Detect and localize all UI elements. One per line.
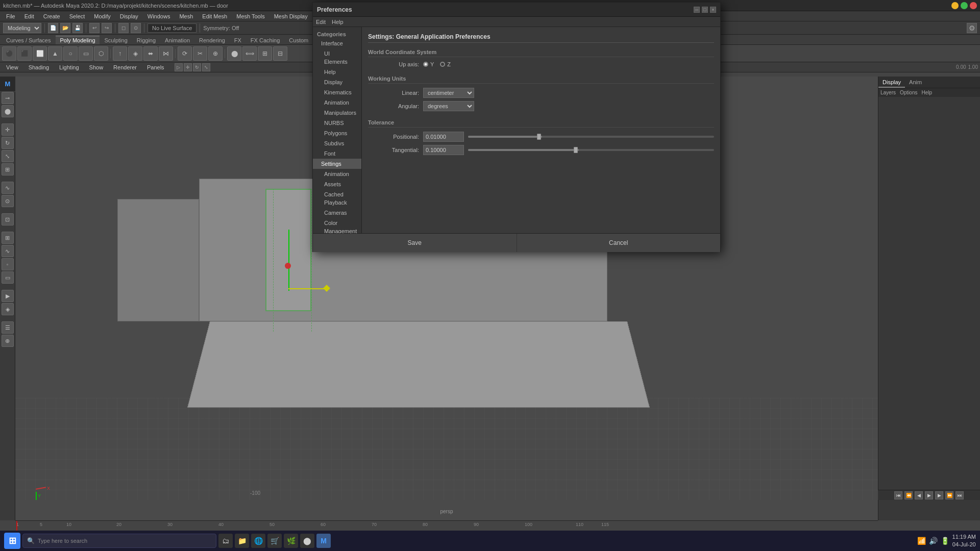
select-icon[interactable]: ◻ [118, 23, 129, 33]
cat-subdivs[interactable]: Subdivs [313, 138, 361, 148]
show-manip[interactable]: ⊡ [2, 213, 14, 226]
tb-volume-icon[interactable]: 🔊 [929, 537, 938, 545]
shelf-icon-target-weld[interactable]: ⊕ [208, 46, 223, 61]
cat-cameras[interactable]: Cameras [313, 208, 361, 218]
undo-icon[interactable]: ↩ [89, 23, 100, 33]
maximize-button[interactable] [961, 2, 968, 9]
tb-network-icon[interactable]: 📶 [917, 537, 926, 545]
cat-interface[interactable]: Interface [313, 38, 361, 48]
cat-animation-ui[interactable]: Animation [313, 97, 361, 108]
sculpt-tool[interactable]: ⊙ [2, 195, 14, 207]
tb-app-maya[interactable]: M [316, 534, 331, 548]
menu-modify[interactable]: Modify [90, 11, 114, 21]
positional-input[interactable] [423, 132, 464, 142]
view-menu-panels[interactable]: Panels [143, 62, 168, 72]
taskbar-search[interactable]: 🔍 Type here to search [22, 534, 216, 548]
shelf-tab-animation[interactable]: Animation [161, 36, 194, 44]
view-rotate-icon[interactable]: ↻ [193, 63, 201, 71]
playback-next-frame[interactable]: ▶ [935, 491, 943, 499]
cat-cached-playback[interactable]: Cached Playback [313, 189, 361, 208]
tb-app-explorer[interactable]: 📁 [235, 534, 249, 548]
shelf-icon-merge[interactable]: ⋈ [159, 46, 173, 61]
rotate-tool[interactable]: ↻ [2, 137, 14, 149]
shelf-tab-curves-surfaces[interactable]: Curves / Surfaces [2, 36, 55, 44]
tb-battery-icon[interactable]: 🔋 [941, 537, 949, 545]
tb-app-edge[interactable]: 🌐 [251, 534, 265, 548]
tangential-input[interactable] [423, 145, 464, 155]
cat-polygons[interactable]: Polygons [313, 128, 361, 138]
menu-file[interactable]: File [2, 11, 19, 21]
timeline[interactable]: 1 5 10 20 30 40 50 60 70 80 90 100 110 1… [15, 520, 878, 531]
playback-prev[interactable]: ⏪ [904, 491, 913, 499]
menu-display[interactable]: Display [116, 11, 142, 21]
shelf-icon-multicut[interactable]: ✂ [193, 46, 207, 61]
shelf-icon-smooth[interactable]: ⬤ [227, 46, 241, 61]
shelf-icon-torus[interactable]: ○ [63, 46, 78, 61]
tb-app-store[interactable]: 🛒 [267, 534, 282, 548]
prefs-cancel-button[interactable]: Cancel [517, 234, 721, 252]
tb-app-chrome[interactable]: ⬤ [300, 534, 314, 548]
view-menu-renderer[interactable]: Renderer [109, 62, 141, 72]
close-button[interactable] [970, 2, 977, 9]
prefs-menu-edit[interactable]: Edit [316, 19, 326, 25]
lasso-icon[interactable]: ⊙ [131, 23, 141, 33]
shelf-icon-cylinder[interactable]: ⬜ [33, 46, 47, 61]
cat-manipulators[interactable]: Manipulators [313, 108, 361, 118]
open-icon[interactable]: 📂 [60, 23, 70, 33]
outliner-icon[interactable]: ☰ [2, 321, 14, 334]
shelf-tab-custom[interactable]: Custom [285, 36, 312, 44]
prefs-save-button[interactable]: Save [313, 234, 517, 252]
shelf-icon-bridge[interactable]: ⬌ [143, 46, 158, 61]
cat-display[interactable]: Display [313, 77, 361, 87]
cat-help[interactable]: Help [313, 67, 361, 77]
shelf-icon-separate[interactable]: ⊟ [273, 46, 287, 61]
shelf-icon-mirror[interactable]: ⟺ [242, 46, 257, 61]
redo-icon[interactable]: ↪ [102, 23, 112, 33]
cat-assets[interactable]: Assets [313, 179, 361, 189]
rpanel-help[interactable]: Help [921, 90, 932, 95]
rpanel-layers[interactable]: Layers [880, 90, 896, 95]
cat-ui-elements[interactable]: UI Elements [313, 48, 361, 67]
shelf-tab-fx[interactable]: FX [230, 36, 246, 44]
shelf-icon-combine[interactable]: ⊞ [258, 46, 272, 61]
rpanel-options[interactable]: Options [900, 90, 917, 95]
prefs-minimize[interactable]: ─ [694, 7, 700, 13]
cat-animation-settings[interactable]: Animation [313, 169, 361, 179]
render-icon[interactable]: ▶ [2, 290, 14, 302]
shelf-icon-loop[interactable]: ⟳ [178, 46, 192, 61]
cat-color-management[interactable]: Color Management [313, 218, 361, 233]
menu-edit[interactable]: Edit [20, 11, 38, 21]
shelf-icon-extrude[interactable]: ↑ [113, 46, 127, 61]
view-menu-shading[interactable]: Shading [24, 62, 53, 72]
snap-grid[interactable]: ⊞ [2, 232, 14, 244]
linear-dropdown[interactable]: centimeter millimeter meter foot inch ya… [423, 88, 474, 98]
view-move-icon[interactable]: ✛ [184, 63, 192, 71]
lasso-tool[interactable]: ⊸ [2, 92, 14, 104]
up-axis-y-option[interactable]: Y [423, 61, 434, 67]
tangential-slider-thumb[interactable] [574, 147, 578, 153]
universal-manip[interactable]: ⊞ [2, 163, 14, 176]
cat-nurbs[interactable]: NURBS [313, 118, 361, 128]
shelf-tab-poly-modeling[interactable]: Poly Modeling [56, 36, 99, 44]
start-button[interactable]: ⊞ [4, 533, 20, 549]
shelf-icon-bevel[interactable]: ◈ [128, 46, 142, 61]
view-select-icon[interactable]: ▷ [175, 63, 183, 71]
paint-select-tool[interactable]: ⬤ [2, 105, 14, 117]
playback-next[interactable]: ⏩ [945, 491, 953, 499]
move-tool[interactable]: ✛ [2, 123, 14, 136]
shelf-icon-cube[interactable]: ⬛ [17, 46, 32, 61]
shelf-tab-rigging[interactable]: Rigging [133, 36, 160, 44]
shelf-tab-fx-caching[interactable]: FX Caching [247, 36, 284, 44]
cat-font[interactable]: Font [313, 148, 361, 159]
scale-tool[interactable]: ⤡ [2, 150, 14, 162]
view-scale-icon[interactable]: ⤡ [202, 63, 210, 71]
playback-play[interactable]: ▶ [925, 491, 933, 499]
shelf-tab-sculpting[interactable]: Sculpting [101, 36, 132, 44]
positional-slider[interactable] [468, 136, 714, 138]
menu-select[interactable]: Select [65, 11, 89, 21]
up-axis-z-radio[interactable] [440, 62, 445, 67]
playback-prev-frame[interactable]: ◀ [915, 491, 923, 499]
prefs-maximize[interactable]: □ [702, 7, 708, 13]
shelf-icon-cone[interactable]: ▲ [48, 46, 62, 61]
positional-slider-thumb[interactable] [537, 134, 541, 140]
